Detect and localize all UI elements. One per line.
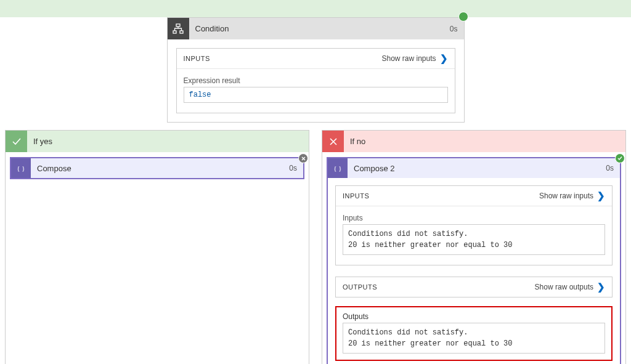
condition-header[interactable]: Condition 0s [168, 18, 464, 39]
expression-result-label: Expression result [184, 76, 448, 85]
compose2-outputs-head: OUTPUTS Show raw outputs ❯ [335, 277, 613, 297]
status-success-icon [458, 12, 468, 22]
branch-yes-title: If yes [27, 137, 52, 146]
compose2-outputs-value: Conditions did not satisfy. 20 is neithe… [343, 323, 605, 354]
compose2-body: INPUTS Show raw inputs ❯ Inputs Conditio… [328, 178, 620, 364]
compose-header[interactable]: { } Compose 0s [11, 158, 303, 178]
chevron-right-icon: ❯ [597, 190, 605, 201]
compose2-header[interactable]: { } Compose 2 0s [328, 158, 620, 178]
inputs-heading-row: INPUTS Show raw inputs ❯ [177, 49, 455, 69]
compose2-outputs-label: Outputs [343, 312, 605, 321]
condition-title: Condition [189, 24, 444, 33]
svg-rect-0 [176, 24, 180, 26]
svg-text:{ }: { } [17, 164, 25, 172]
show-raw-inputs-link[interactable]: Show raw inputs ❯ [381, 53, 447, 64]
branch-no-body: { } Compose 2 0s INPUTS Show [322, 152, 625, 364]
compose2-inputs-head: INPUTS Show raw inputs ❯ [336, 186, 612, 206]
branch-if-no: If no { } Compose 2 0s [322, 130, 626, 364]
compose-icon: { } [11, 158, 31, 178]
branch-no-header[interactable]: If no [322, 131, 625, 152]
chevron-right-icon: ❯ [597, 281, 605, 293]
compose2-inputs-panel: INPUTS Show raw inputs ❯ Inputs Conditio… [335, 185, 613, 265]
status-success-icon [615, 153, 625, 163]
branch-if-yes: If yes { } Compose 0s [5, 130, 309, 364]
compose2-outputs-panel: Outputs Conditions did not satisfy. 20 i… [335, 306, 613, 361]
compose-card: { } Compose 0s [10, 157, 304, 179]
compose2-inputs-value: Conditions did not satisfy. 20 is neithe… [343, 224, 605, 255]
compose-icon: { } [328, 158, 348, 178]
x-icon [322, 131, 344, 152]
branch-yes-header[interactable]: If yes [6, 131, 309, 152]
compose2-title: Compose 2 [348, 164, 600, 173]
chevron-right-icon: ❯ [440, 53, 448, 64]
check-icon [6, 131, 27, 152]
branch-yes-body: { } Compose 0s [6, 152, 309, 192]
condition-icon [168, 18, 189, 39]
inputs-panel: INPUTS Show raw inputs ❯ Expression resu… [176, 48, 455, 113]
expression-result-value: false [184, 87, 448, 103]
inputs-body: Expression result false [177, 69, 455, 113]
top-banner [0, 0, 631, 17]
compose2-card: { } Compose 2 0s INPUTS Show [327, 157, 621, 364]
svg-rect-2 [180, 31, 183, 33]
condition-card: Condition 0s INPUTS Show raw inputs ❯ Ex… [167, 17, 465, 123]
branch-no-title: If no [344, 137, 365, 146]
condition-duration: 0s [444, 25, 464, 33]
compose2-inputs-heading: INPUTS [343, 192, 539, 200]
inputs-heading: INPUTS [184, 55, 382, 62]
svg-text:{ }: { } [333, 164, 341, 172]
svg-rect-1 [173, 31, 176, 33]
compose-title: Compose [31, 164, 283, 173]
status-skipped-icon [298, 153, 308, 163]
compose2-inputs-body: Inputs Conditions did not satisfy. 20 is… [336, 206, 612, 265]
show-raw-outputs-text: Show raw outputs [535, 283, 593, 291]
compose2-show-raw-outputs-link[interactable]: Show raw outputs ❯ [535, 281, 605, 293]
compose-duration: 0s [283, 164, 303, 172]
show-raw-inputs-text: Show raw inputs [539, 192, 593, 200]
condition-body: INPUTS Show raw inputs ❯ Expression resu… [168, 39, 464, 122]
compose2-duration: 0s [600, 164, 620, 172]
show-raw-inputs-text: Show raw inputs [381, 54, 436, 63]
compose2-outputs-heading: OUTPUTS [343, 283, 535, 291]
compose2-show-raw-inputs-link[interactable]: Show raw inputs ❯ [539, 190, 605, 201]
branches-row: If yes { } Compose 0s [0, 123, 631, 364]
compose2-inputs-label: Inputs [343, 214, 605, 222]
